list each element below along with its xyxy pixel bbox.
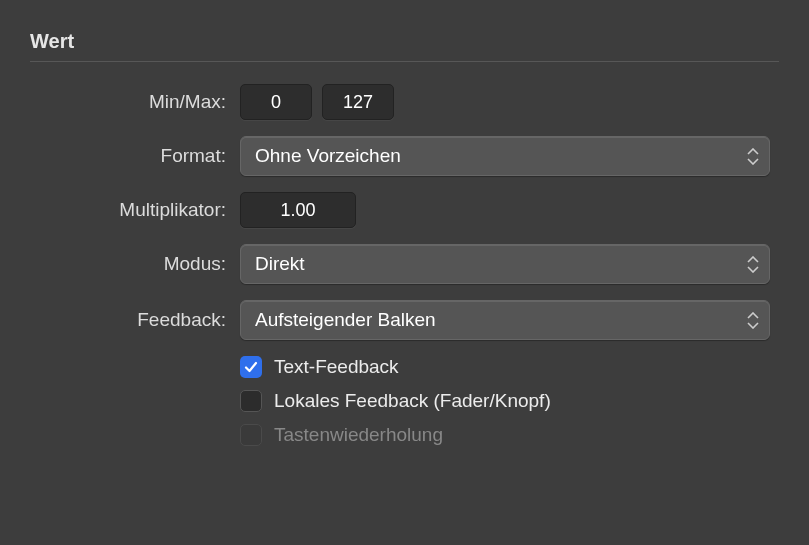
row-modus: Modus: Direkt [30, 244, 779, 284]
chevron-up-down-icon [747, 310, 759, 330]
lokales-feedback-label: Lokales Feedback (Fader/Knopf) [274, 390, 551, 412]
lokales-feedback-checkbox[interactable] [240, 390, 262, 412]
row-text-feedback: Text-Feedback [240, 356, 779, 378]
modus-label: Modus: [30, 253, 240, 275]
multiplikator-label: Multiplikator: [30, 199, 240, 221]
min-input[interactable] [240, 84, 312, 120]
tastenwiederholung-checkbox [240, 424, 262, 446]
checkmark-icon [244, 360, 258, 374]
feedback-value: Aufsteigender Balken [255, 309, 436, 331]
feedback-select[interactable]: Aufsteigender Balken [240, 300, 770, 340]
row-lokales-feedback: Lokales Feedback (Fader/Knopf) [240, 390, 779, 412]
feedback-label: Feedback: [30, 309, 240, 331]
chevron-up-down-icon [747, 146, 759, 166]
minmax-label: Min/Max: [30, 91, 240, 113]
max-input[interactable] [322, 84, 394, 120]
tastenwiederholung-label: Tastenwiederholung [274, 424, 443, 446]
format-label: Format: [30, 145, 240, 167]
format-select[interactable]: Ohne Vorzeichen [240, 136, 770, 176]
chevron-up-down-icon [747, 254, 759, 274]
row-multiplikator: Multiplikator: [30, 192, 779, 228]
section-title: Wert [30, 30, 779, 53]
row-minmax: Min/Max: [30, 84, 779, 120]
row-tastenwiederholung: Tastenwiederholung [240, 424, 779, 446]
modus-select[interactable]: Direkt [240, 244, 770, 284]
text-feedback-checkbox[interactable] [240, 356, 262, 378]
multiplikator-input[interactable] [240, 192, 356, 228]
section-divider [30, 61, 779, 62]
text-feedback-label: Text-Feedback [274, 356, 399, 378]
format-value: Ohne Vorzeichen [255, 145, 401, 167]
row-feedback: Feedback: Aufsteigender Balken [30, 300, 779, 340]
row-format: Format: Ohne Vorzeichen [30, 136, 779, 176]
modus-value: Direkt [255, 253, 305, 275]
